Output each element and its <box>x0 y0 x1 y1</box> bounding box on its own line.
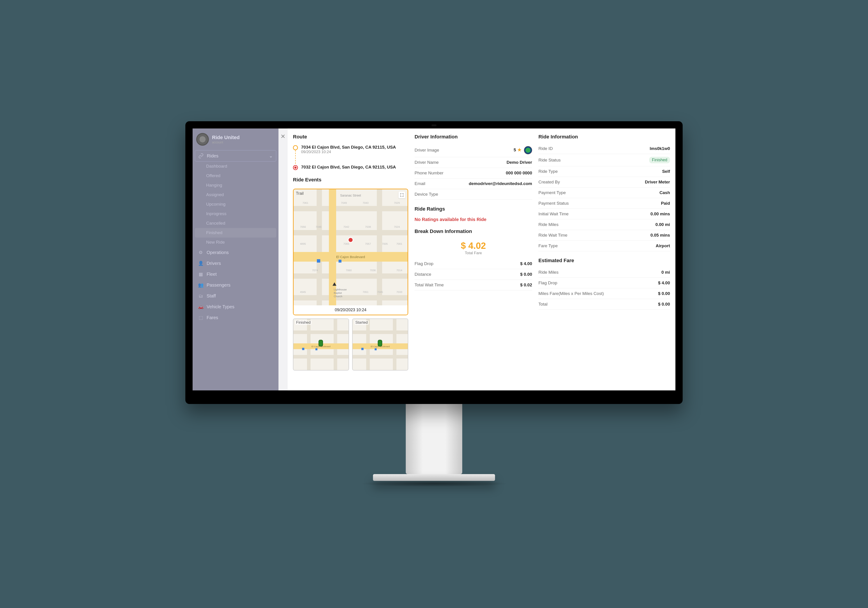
sidebar-sub-inprogress[interactable]: Inprogress <box>195 209 276 219</box>
sidebar-sub-assigned[interactable]: Assigned <box>195 190 276 199</box>
brand-subtitle: account <box>212 140 240 144</box>
mini-map-started[interactable]: StartedEl Cajon Boulevard <box>352 319 408 370</box>
driver-info-heading: Driver Information <box>415 134 532 140</box>
breakdown-row: Flag Drop$ 4.00 <box>415 258 532 269</box>
route-pickup: 7034 El Cajon Blvd, San Diego, CA 92115,… <box>293 143 408 155</box>
svg-rect-54 <box>315 348 317 350</box>
svg-text:7057: 7057 <box>365 242 371 245</box>
svg-text:7056: 7056 <box>300 225 306 228</box>
app-screen: Ride United account Rides ⌄ DashboardOff… <box>192 129 676 390</box>
estimate-label: Total <box>538 302 547 307</box>
estimate-row: Miles Fare(Miles x Per Miles Cost)$ 0.00 <box>538 288 670 299</box>
estimate-value: 0 mi <box>662 270 670 275</box>
pickup-time: 09/20/2023 10:24 <box>301 150 396 154</box>
sidebar-sub-new-ride[interactable]: New Ride <box>195 238 276 247</box>
sidebar-item-label: Vehicle Types <box>206 304 234 309</box>
sidebar: Ride United account Rides ⌄ DashboardOff… <box>192 129 279 390</box>
driver-image-value: 5★ <box>513 146 532 154</box>
breakdown-label: Flag Drop <box>415 261 433 266</box>
sidebar-item-fleet[interactable]: ▦Fleet <box>195 269 276 280</box>
ride-info-value: Airport <box>656 243 670 248</box>
sidebar-sub-dashboard[interactable]: Dashboard <box>195 162 276 171</box>
svg-text:7049: 7049 <box>341 201 347 204</box>
ride-info-value: Paid <box>661 201 670 206</box>
ride-info-row: Ride Wait Time0.05 mins <box>538 230 670 241</box>
svg-text:7042: 7042 <box>343 225 349 228</box>
mini-maps-row: FinishedEl Cajon BoulevardStartedEl Cajo… <box>293 319 408 370</box>
mini-map-finished[interactable]: FinishedEl Cajon Boulevard <box>293 319 349 370</box>
sidebar-item-passengers[interactable]: 👥Passengers <box>195 280 276 291</box>
sidebar-sub-upcoming[interactable]: Upcoming <box>195 199 276 209</box>
driver-avatar-icon <box>524 146 532 154</box>
svg-rect-43 <box>339 260 341 263</box>
driver-email-value: demodriver@rideunitedsd.com <box>469 181 532 186</box>
mini-map-label: Started <box>355 320 369 325</box>
sidebar-sub-hanging[interactable]: Hanging <box>195 180 276 190</box>
sidebar-sub-offered[interactable]: Offered <box>195 171 276 180</box>
svg-text:Baptist: Baptist <box>334 291 342 294</box>
svg-text:7036: 7036 <box>370 269 376 272</box>
sidebar-item-fares[interactable]: ⬚Fares <box>195 312 276 323</box>
driver-device-label: Device Type <box>415 192 438 197</box>
svg-text:El Cajon Boulevard: El Cajon Boulevard <box>336 255 365 259</box>
svg-rect-64 <box>375 348 377 350</box>
ride-info-row: Initial Wait Time0.00 mins <box>538 209 670 219</box>
map-trail-time: 09/20/2023 10:24 <box>294 305 408 315</box>
svg-text:7060: 7060 <box>346 269 352 272</box>
ride-info-row: Ride IDlms0k1w0 <box>538 143 670 154</box>
ride-info-row: Payment TypeCash <box>538 188 670 198</box>
ride-info-label: Created By <box>538 180 560 185</box>
sidebar-item-label: Staff <box>206 293 216 299</box>
ride-info-value: Cash <box>660 190 670 195</box>
ride-info-label: Fare Type <box>538 243 558 248</box>
panel-close-strip[interactable]: ✕ <box>279 129 288 390</box>
sidebar-item-label: Operations <box>206 250 229 255</box>
ride-info-label: Ride Wait Time <box>538 233 567 238</box>
driver-phone-row: Phone Number 000 000 0000 <box>415 168 532 179</box>
map-canvas: El Cajon Boulevard Saranac Street 706170… <box>294 189 408 315</box>
sidebar-sub-finished[interactable]: Finished <box>195 228 276 238</box>
sidebar-item-label: Fares <box>206 315 218 320</box>
breakdown-heading: Break Down Information <box>415 229 532 234</box>
svg-rect-63 <box>361 348 363 350</box>
route-list: 7034 El Cajon Blvd, San Diego, CA 92115,… <box>293 143 408 171</box>
sidebar-item-rides[interactable]: Rides ⌄ <box>195 150 276 162</box>
ride-events-heading: Ride Events <box>293 177 408 183</box>
sidebar-item-label: Rides <box>207 153 219 159</box>
driver-name-value: Demo Driver <box>507 160 532 165</box>
monitor-bezel: Ride United account Rides ⌄ DashboardOff… <box>185 121 683 404</box>
route-heading: Route <box>293 134 408 140</box>
ride-info-row: Ride TypeSelf <box>538 166 670 177</box>
monitor-shadow <box>360 480 508 487</box>
passengers-icon: 👥 <box>198 282 203 288</box>
svg-rect-62 <box>378 340 382 346</box>
drivers-icon: 👤 <box>198 261 203 266</box>
monitor-neck <box>406 404 462 474</box>
estimate-row: Ride Miles0 mi <box>538 267 670 278</box>
svg-text:7046: 7046 <box>316 225 322 228</box>
star-icon: ★ <box>518 147 521 152</box>
estimated-fare-heading: Estimated Fare <box>538 258 670 263</box>
driver-name-row: Driver Name Demo Driver <box>415 157 532 168</box>
svg-rect-53 <box>302 348 304 350</box>
expand-icon[interactable] <box>398 191 405 198</box>
detail-panel: Route 7034 El Cajon Blvd, San Diego, CA … <box>288 129 676 390</box>
driver-device-row: Device Type <box>415 189 532 200</box>
sidebar-item-vehicle-types[interactable]: 🚗Vehicle Types <box>195 301 276 312</box>
sidebar-item-operations[interactable]: ⚙Operations <box>195 247 276 258</box>
sidebar-item-staff[interactable]: 🗂Staff <box>195 291 276 301</box>
estimate-value: $ 0.00 <box>658 302 670 307</box>
operations-icon: ⚙ <box>198 250 203 255</box>
svg-point-41 <box>348 238 353 242</box>
svg-text:Saranac Street: Saranac Street <box>340 194 361 197</box>
svg-text:7045: 7045 <box>377 291 383 293</box>
sidebar-item-drivers[interactable]: 👤Drivers <box>195 258 276 269</box>
map-trail[interactable]: Trail <box>293 189 408 315</box>
sidebar-sub-cancelled[interactable]: Cancelled <box>195 219 276 228</box>
ride-ratings-heading: Ride Ratings <box>415 206 532 212</box>
ride-info-row: Payment StatusPaid <box>538 198 670 209</box>
route-connector <box>295 150 296 164</box>
svg-text:7014: 7014 <box>396 269 402 272</box>
svg-text:Church: Church <box>334 295 342 298</box>
estimate-row: Total$ 0.00 <box>538 299 670 309</box>
